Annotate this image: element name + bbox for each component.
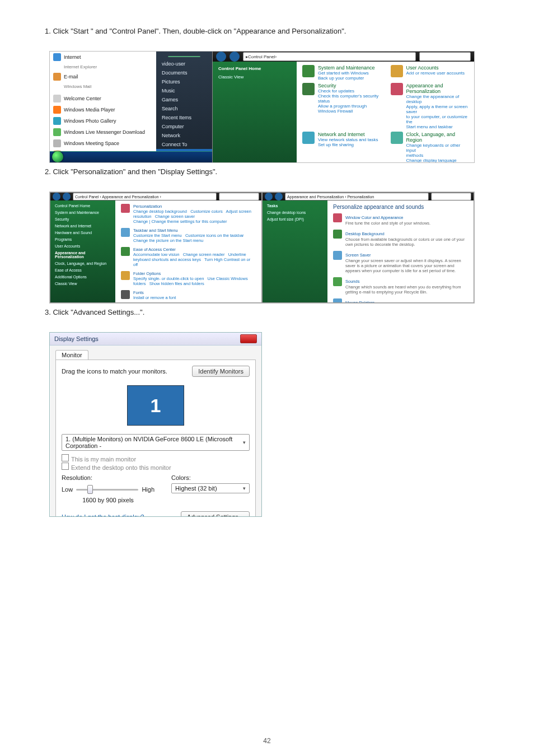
personalization-item[interactable]: Screen SaverChange your screen saver or … (333, 251, 468, 273)
appearance-category[interactable]: Taskbar and Start MenuCustomize the Star… (121, 228, 256, 243)
appearance-category[interactable]: FontsInstall or remove a font (121, 290, 256, 300)
side-link[interactable]: Network and Internet (55, 224, 111, 228)
advanced-settings-button[interactable]: Advanced Settings... (181, 511, 250, 517)
help-link[interactable]: How do I get the best display? (62, 514, 144, 517)
side-link[interactable]: Security (55, 217, 111, 221)
side-link[interactable]: System and Maintenance (55, 211, 111, 214)
appearance-pane: Control Panel › Appearance and Personali… (50, 192, 262, 303)
cp-category[interactable]: User AccountsAdd or remove user accounts (391, 65, 469, 81)
step-3: 3. Click "Advanced Settings...". (45, 308, 489, 316)
page-number: 42 (0, 737, 534, 745)
taskbar (50, 151, 212, 162)
start-orb[interactable] (52, 151, 63, 162)
monitor-select[interactable]: 1. (Multiple Monitors) on NVIDIA GeForce… (62, 434, 250, 451)
cp-category[interactable]: Appearance and PersonalizationChange the… (391, 83, 469, 129)
address-bar[interactable]: Control Panel › Appearance and Personali… (73, 193, 217, 200)
screenshot-personalization: Control Panel › Appearance and Personali… (49, 192, 475, 304)
sm-item[interactable]: Internet (64, 54, 81, 60)
close-icon[interactable] (240, 334, 257, 343)
display-settings-dialog: Display Settings Monitor Drag the icons … (49, 332, 262, 517)
side-link[interactable]: Adjust font size (DPI) (267, 217, 323, 221)
search[interactable] (219, 193, 259, 200)
cp-search[interactable] (419, 52, 471, 61)
nav-back[interactable] (216, 52, 226, 62)
appearance-category[interactable]: Ease of Access CenterAccommodate low vis… (121, 247, 256, 267)
tab-monitor[interactable]: Monitor (55, 350, 88, 360)
dialog-title: Display Settings (54, 335, 99, 342)
resolution-slider[interactable] (76, 484, 138, 494)
nav-fwd[interactable] (63, 193, 71, 200)
main-monitor-checkbox (62, 454, 69, 461)
control-panel-window: ▸ Control Panel › Control Panel Home Cla… (213, 52, 474, 163)
extend-desktop-checkbox (62, 463, 69, 470)
monitor-preview[interactable]: 1 (97, 381, 214, 430)
side-link[interactable]: Classic View (55, 282, 111, 286)
colors-select[interactable]: Highest (32 bit) (171, 483, 250, 493)
resolution-label: Resolution: (62, 474, 154, 481)
step-1: 1. Click "Start " and "Control Panel". T… (45, 27, 489, 35)
side-link[interactable]: Additional Options (55, 275, 111, 279)
cp-category[interactable]: Network and InternetView network status … (302, 132, 381, 163)
side-link[interactable]: Clock, Language, and Region (55, 262, 111, 265)
personalization-item[interactable]: Window Color and AppearanceFine tune the… (333, 213, 468, 226)
nav-fwd[interactable] (229, 52, 240, 62)
start-menu: Internet Internet Explorer E-mail Window… (50, 52, 213, 163)
address-bar[interactable]: Appearance and Personalization › Persona… (285, 193, 429, 200)
screenshot-start-controlpanel: Internet Internet Explorer E-mail Window… (49, 51, 475, 163)
side-link[interactable]: Programs (55, 237, 111, 241)
resolution-value: 1600 by 900 pixels (62, 497, 154, 503)
side-link[interactable]: Ease of Access (55, 268, 111, 272)
side-link[interactable]: Hardware and Sound (55, 231, 111, 235)
side-link[interactable]: Appearance and Personalization (55, 251, 111, 259)
side-link[interactable]: Control Panel Home (55, 204, 111, 208)
cp-category[interactable]: SecurityCheck for updatesCheck this comp… (302, 83, 381, 129)
personalization-pane: Appearance and Personalization › Persona… (262, 192, 474, 303)
cp-category[interactable]: Clock, Language, and RegionChange keyboa… (391, 132, 469, 163)
step-2: 2. Click "Personalization" and then "Dis… (45, 167, 489, 176)
side-link: Tasks (267, 204, 323, 208)
cp-category[interactable]: System and MaintenanceGet started with W… (302, 65, 381, 81)
personalization-item[interactable]: Mouse PointersPick a different mouse poi… (333, 298, 468, 303)
identify-monitors-button[interactable]: Identify Monitors (192, 366, 250, 377)
search[interactable] (431, 193, 471, 200)
side-link[interactable]: User Accounts (55, 244, 111, 248)
nav-back[interactable] (265, 193, 273, 200)
personalization-item[interactable]: SoundsChange which sounds are heard when… (333, 277, 468, 295)
colors-label: Colors: (171, 474, 250, 481)
side-link[interactable]: Change desktop icons (267, 211, 323, 214)
appearance-category[interactable]: PersonalizationChange desktop background… (121, 204, 256, 224)
nav-back[interactable] (53, 193, 60, 200)
personalization-item[interactable]: Desktop BackgroundChoose from available … (333, 230, 468, 247)
appearance-category[interactable]: Folder OptionsSpecify single- or double-… (121, 271, 256, 286)
drag-label: Drag the icons to match your monitors. (62, 368, 167, 375)
address-bar[interactable]: ▸ Control Panel › (243, 52, 416, 61)
user-avatar (168, 56, 200, 57)
pane-heading: Personalize appearance and sounds (333, 204, 468, 210)
nav-fwd[interactable] (275, 193, 283, 200)
